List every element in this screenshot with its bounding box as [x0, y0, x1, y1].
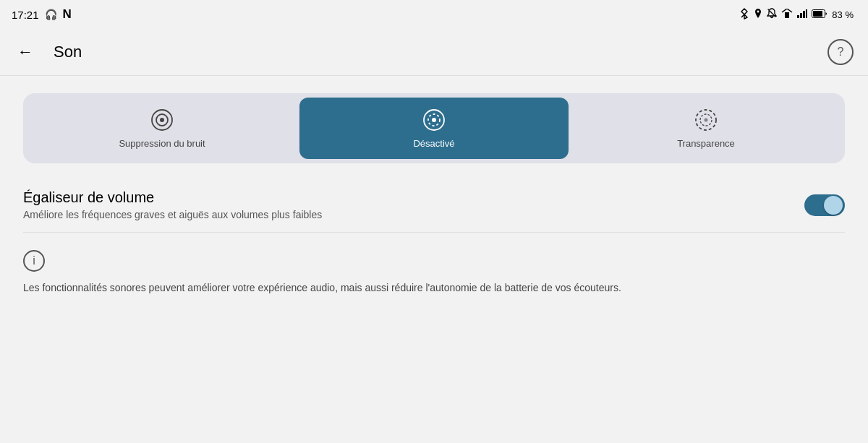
info-icon: i [23, 250, 45, 272]
svg-rect-3 [803, 11, 805, 18]
svg-rect-6 [813, 11, 822, 17]
equalizer-row: Égaliseur de volume Améliore les fréquen… [23, 184, 845, 233]
desactive-label: Désactivé [413, 138, 454, 149]
svg-point-12 [432, 118, 436, 122]
mode-selector: Suppression du bruit Désactivé [23, 93, 845, 163]
desactive-icon [422, 108, 446, 132]
top-bar-left: ← Son [14, 40, 82, 64]
suppression-icon [150, 108, 174, 132]
back-button[interactable]: ← [14, 40, 36, 64]
svg-rect-4 [806, 9, 807, 18]
signal-bars-icon [797, 9, 807, 20]
svg-point-15 [705, 119, 708, 122]
main-content: Suppression du bruit Désactivé [0, 76, 868, 313]
mode-desactive[interactable]: Désactivé [299, 98, 569, 159]
location-icon [754, 8, 762, 21]
bluetooth-icon [739, 8, 749, 22]
mode-transparence[interactable]: Transparence [571, 98, 841, 159]
headphones-icon: 🎧 [45, 9, 57, 20]
equalizer-description: Améliore les fréquences graves et aiguës… [23, 209, 322, 220]
svg-rect-1 [797, 15, 799, 18]
wifi-signal-icon [781, 9, 793, 20]
top-bar: ← Son ? [0, 29, 868, 75]
time-display: 17:21 [12, 9, 39, 21]
toggle-track [804, 194, 845, 216]
transparence-label: Transparence [677, 138, 735, 149]
info-section: i Les fonctionnalités sonores peuvent am… [23, 247, 845, 296]
suppression-label: Suppression du bruit [119, 138, 205, 149]
toggle-thumb [824, 196, 843, 215]
netflix-icon: N [63, 7, 72, 22]
help-button[interactable]: ? [827, 39, 854, 65]
equalizer-text: Égaliseur de volume Améliore les fréquen… [23, 189, 322, 220]
status-bar: 17:21 🎧 N [0, 0, 868, 29]
info-text: Les fonctionnalités sonores peuvent amél… [23, 280, 845, 296]
battery-percent: 83 % [832, 9, 854, 20]
bell-off-icon [767, 8, 777, 21]
svg-rect-0 [785, 12, 789, 18]
equalizer-title: Égaliseur de volume [23, 189, 322, 206]
equalizer-toggle[interactable] [804, 194, 845, 216]
svg-point-9 [160, 118, 164, 122]
page-title: Son [54, 43, 82, 61]
transparence-icon [694, 108, 718, 132]
battery-icon [812, 9, 827, 20]
status-right: 83 % [739, 8, 854, 22]
svg-rect-2 [800, 13, 802, 18]
info-icon-row: i [23, 250, 845, 272]
mode-suppression[interactable]: Suppression du bruit [27, 98, 297, 159]
status-left: 17:21 🎧 N [12, 7, 72, 22]
